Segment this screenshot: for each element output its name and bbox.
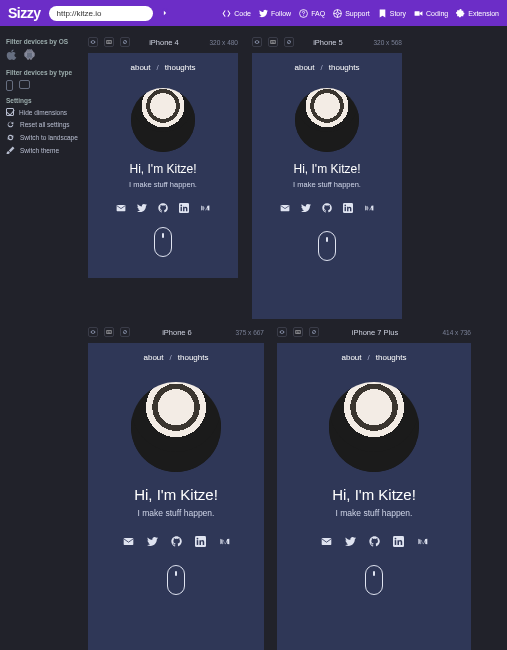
device-canvas: iPhone 4 320 x 480 about/thoughts Hi, I'…: [84, 26, 507, 650]
rotate-button[interactable]: [309, 327, 319, 337]
keyboard-icon: [295, 329, 301, 335]
nav-about[interactable]: about: [144, 353, 164, 362]
link-code[interactable]: Code: [222, 9, 251, 18]
toggle-visible-button[interactable]: [88, 327, 98, 337]
checkbox-icon: [6, 108, 14, 116]
twitter-icon[interactable]: [345, 536, 356, 547]
rotate-icon: [6, 133, 15, 142]
avatar: [295, 88, 359, 152]
nav-thoughts[interactable]: thoughts: [165, 63, 196, 72]
link-follow[interactable]: Follow: [259, 9, 291, 18]
linkedin-icon[interactable]: [179, 203, 189, 213]
github-icon[interactable]: [369, 536, 380, 547]
nav-about[interactable]: about: [295, 63, 315, 72]
tablet-icon[interactable]: [19, 80, 30, 89]
twitter-icon[interactable]: [147, 536, 158, 547]
device-viewport[interactable]: about/thoughts Hi, I'm Kitze! I make stu…: [277, 343, 471, 650]
github-icon[interactable]: [158, 203, 168, 213]
rotate-button[interactable]: [284, 37, 294, 47]
setting-reset-all[interactable]: Reset all settings: [6, 120, 78, 129]
link-extension[interactable]: Extension: [456, 9, 499, 18]
rotate-icon: [286, 39, 292, 45]
scroll-indicator: [318, 231, 336, 261]
android-icon[interactable]: [24, 49, 35, 63]
sidebar: Filter devices by OS Filter devices by t…: [0, 26, 84, 169]
go-button[interactable]: [162, 8, 168, 18]
twitter-icon[interactable]: [301, 203, 311, 213]
device-iphone4: iPhone 4 320 x 480 about/thoughts Hi, I'…: [88, 34, 238, 278]
mail-icon[interactable]: [116, 203, 126, 213]
url-input[interactable]: [57, 9, 162, 18]
social-row: [88, 536, 264, 547]
rotate-button[interactable]: [120, 37, 130, 47]
device-name: iPhone 7 Plus: [325, 328, 425, 337]
header-links: Code Follow FAQ Support Story Coding Ext…: [222, 9, 499, 18]
nav-thoughts[interactable]: thoughts: [376, 353, 407, 362]
scroll-indicator: [167, 565, 185, 595]
link-story[interactable]: Story: [378, 9, 406, 18]
medium-icon[interactable]: [364, 203, 374, 213]
setting-switch-theme[interactable]: Switch theme: [6, 146, 78, 155]
device-dimensions: 375 x 667: [224, 329, 264, 336]
toggle-keyboard-button[interactable]: [293, 327, 303, 337]
device-dimensions: 414 x 736: [431, 329, 471, 336]
medium-icon[interactable]: [219, 536, 230, 547]
avatar: [329, 382, 419, 472]
mail-icon[interactable]: [123, 536, 134, 547]
linkedin-icon[interactable]: [393, 536, 404, 547]
keyboard-icon: [106, 329, 112, 335]
nav-thoughts[interactable]: thoughts: [178, 353, 209, 362]
toggle-keyboard-button[interactable]: [104, 327, 114, 337]
device-dimensions: 320 x 480: [198, 39, 238, 46]
link-support[interactable]: Support: [333, 9, 370, 18]
scroll-indicator: [365, 565, 383, 595]
video-icon: [414, 9, 423, 18]
toggle-visible-button[interactable]: [88, 37, 98, 47]
link-coding[interactable]: Coding: [414, 9, 448, 18]
link-faq[interactable]: FAQ: [299, 9, 325, 18]
keyboard-icon: [270, 39, 276, 45]
phone-icon[interactable]: [6, 80, 13, 91]
twitter-icon[interactable]: [137, 203, 147, 213]
setting-switch-landscape[interactable]: Switch to landscape: [6, 133, 78, 142]
device-iphone7plus: iPhone 7 Plus 414 x 736 about/thoughts H…: [277, 324, 471, 650]
hello-text: Hi, I'm Kitze!: [88, 486, 264, 503]
hello-text: Hi, I'm Kitze!: [277, 486, 471, 503]
setting-hide-dimensions[interactable]: Hide dimensions: [6, 108, 78, 116]
apple-icon[interactable]: [6, 49, 18, 63]
hello-text: Hi, I'm Kitze!: [252, 162, 402, 176]
linkedin-icon[interactable]: [343, 203, 353, 213]
device-viewport[interactable]: about/thoughts Hi, I'm Kitze! I make stu…: [252, 53, 402, 319]
toggle-keyboard-button[interactable]: [268, 37, 278, 47]
toggle-visible-button[interactable]: [252, 37, 262, 47]
device-viewport[interactable]: about/thoughts Hi, I'm Kitze! I make stu…: [88, 343, 264, 650]
eye-icon: [90, 39, 96, 45]
nav-about[interactable]: about: [342, 353, 362, 362]
device-iphone5: iPhone 5 320 x 568 about/thoughts Hi, I'…: [252, 34, 402, 319]
brush-icon: [6, 146, 15, 155]
medium-icon[interactable]: [200, 203, 210, 213]
app-header: Sizzy Code Follow FAQ Support Story Codi…: [0, 0, 507, 26]
nav-thoughts[interactable]: thoughts: [329, 63, 360, 72]
twitter-icon: [259, 9, 268, 18]
scroll-indicator: [154, 227, 172, 257]
github-icon[interactable]: [171, 536, 182, 547]
url-bar[interactable]: [49, 6, 153, 21]
mail-icon[interactable]: [280, 203, 290, 213]
keyboard-icon: [106, 39, 112, 45]
medium-icon[interactable]: [417, 536, 428, 547]
code-icon: [222, 9, 231, 18]
device-viewport[interactable]: about/thoughts Hi, I'm Kitze! I make stu…: [88, 53, 238, 278]
toggle-keyboard-button[interactable]: [104, 37, 114, 47]
github-icon[interactable]: [322, 203, 332, 213]
linkedin-icon[interactable]: [195, 536, 206, 547]
rotate-button[interactable]: [120, 327, 130, 337]
filter-type-title: Filter devices by type: [6, 69, 78, 76]
toggle-visible-button[interactable]: [277, 327, 287, 337]
eye-icon: [254, 39, 260, 45]
hello-text: Hi, I'm Kitze!: [88, 162, 238, 176]
mail-icon[interactable]: [321, 536, 332, 547]
device-name: iPhone 6: [136, 328, 218, 337]
nav-about[interactable]: about: [131, 63, 151, 72]
avatar: [131, 88, 195, 152]
